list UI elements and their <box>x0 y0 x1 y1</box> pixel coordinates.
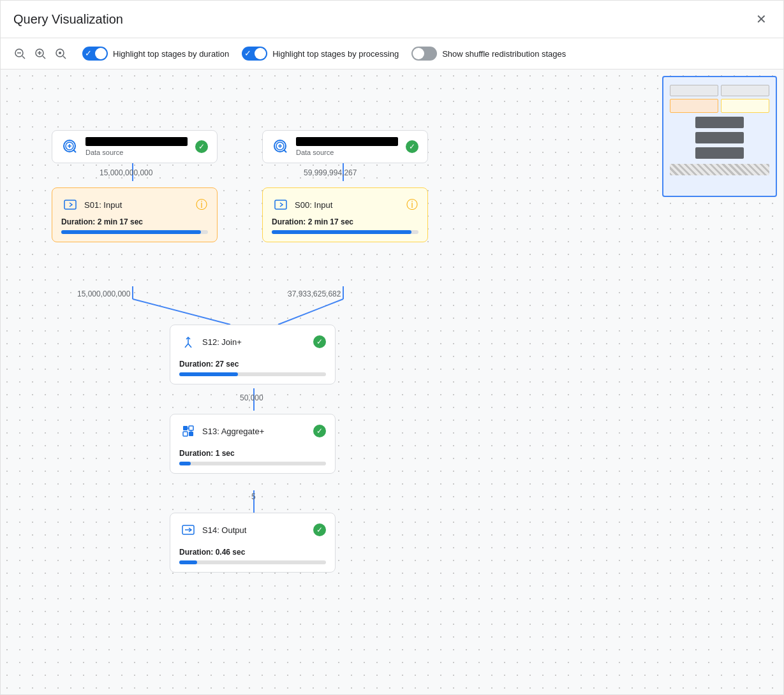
s13-progress-bg <box>179 462 326 465</box>
svg-line-30 <box>185 344 188 348</box>
toggle-duration[interactable]: ✓ <box>82 47 108 61</box>
zoom-reset-icon <box>54 47 67 60</box>
s00-info-icon[interactable]: ⓘ <box>406 198 418 211</box>
svg-line-6 <box>43 56 45 59</box>
s01-info-icon[interactable]: ⓘ <box>195 198 208 211</box>
minimap-block <box>670 85 718 96</box>
output-icon <box>181 523 195 537</box>
datasource-icon-1 <box>61 138 79 156</box>
s12-icon <box>179 333 197 351</box>
search-chart-icon-2 <box>272 138 289 155</box>
toggle-shuffle[interactable]: ✓ <box>411 47 437 61</box>
svg-line-8 <box>63 56 66 59</box>
s13-aggregate-node[interactable]: S13: Aggregate+ Duration: 1 sec <box>170 414 336 474</box>
svg-line-15 <box>278 299 343 325</box>
toggle-processing[interactable]: ✓ <box>242 47 267 61</box>
canvas-area[interactable]: Data source 15,000,000,000 Data source <box>1 70 783 694</box>
toolbar: ✓ Highlight top stages by duration ✓ Hig… <box>1 38 783 70</box>
zoom-controls <box>11 45 70 62</box>
zoom-out-icon <box>13 47 26 60</box>
s13-progress-fill <box>179 462 191 465</box>
datasource-2-title-block: Data source <box>296 137 399 156</box>
minimap[interactable] <box>662 76 777 197</box>
s14-spacer <box>179 543 326 548</box>
s00-header-left: S00: Input <box>272 196 332 214</box>
edge-label-1: 15,000,000,000 <box>100 168 152 177</box>
title-bar: Query Visualization ✕ <box>1 1 783 38</box>
svg-point-9 <box>59 52 61 54</box>
edge-label-5: 50,000 <box>240 393 263 402</box>
minimap-row1 <box>670 85 769 96</box>
minimap-join-block <box>695 117 744 128</box>
s13-title: S13: Aggregate+ <box>202 427 264 436</box>
edge-label-4: 37,933,625,682 <box>288 289 341 298</box>
toggle-duration-group: ✓ Highlight top stages by duration <box>82 47 229 61</box>
s00-icon <box>272 196 290 214</box>
minimap-block <box>721 85 769 96</box>
svg-line-2 <box>22 56 25 59</box>
s12-title: S12: Join+ <box>202 337 242 347</box>
s14-status <box>313 523 326 536</box>
svg-line-13 <box>133 299 230 325</box>
s12-duration: Duration: 27 sec <box>179 360 326 369</box>
minimap-block-orange <box>670 99 718 113</box>
datasource-1-name-bar <box>85 137 188 146</box>
s13-header-left: S13: Aggregate+ <box>179 422 264 440</box>
s12-join-node[interactable]: S12: Join+ Duration: 27 sec <box>170 325 336 384</box>
s01-header: S01: Input ⓘ <box>61 196 208 214</box>
svg-rect-34 <box>189 426 193 430</box>
toggle-processing-knob <box>255 48 266 59</box>
s14-duration: Duration: 0.46 sec <box>179 548 326 557</box>
s14-title: S14: Output <box>202 525 246 535</box>
s00-progress-fill <box>272 230 411 234</box>
s01-title: S01: Input <box>84 200 122 210</box>
s13-spacer <box>179 444 326 449</box>
s12-header: S12: Join+ <box>179 333 326 351</box>
s00-title: S00: Input <box>295 200 332 210</box>
s13-duration: Duration: 1 sec <box>179 449 326 458</box>
s00-duration: Duration: 2 min 17 sec <box>272 217 418 226</box>
datasource-2-name-bar <box>296 137 398 146</box>
svg-line-20 <box>73 150 76 152</box>
minimap-block-yellow <box>721 99 769 113</box>
s13-icon <box>179 422 197 440</box>
toggle-processing-group: ✓ Highlight top stages by processing <box>242 47 399 61</box>
datasource-2-label: Data source <box>296 149 399 156</box>
datasource-icon-2 <box>272 138 290 156</box>
datasource-node-2[interactable]: Data source <box>262 130 428 163</box>
svg-rect-28 <box>64 200 76 209</box>
minimap-output-block <box>695 147 744 159</box>
datasource-node-1[interactable]: Data source <box>52 130 218 163</box>
input-icon-2 <box>274 198 288 212</box>
svg-rect-29 <box>275 200 286 209</box>
s14-output-node[interactable]: S14: Output Duration: 0.46 sec <box>170 513 336 573</box>
minimap-row2 <box>670 99 769 113</box>
zoom-in-icon <box>34 47 47 60</box>
toggle-shuffle-group: ✓ Show shuffle redistribution stages <box>411 47 566 61</box>
edge-label-2: 59,999,994,267 <box>304 168 357 177</box>
datasource-2-status <box>406 140 418 153</box>
s01-input-node[interactable]: S01: Input ⓘ Duration: 2 min 17 sec <box>52 187 218 242</box>
search-chart-icon <box>62 138 78 155</box>
svg-rect-35 <box>183 432 188 436</box>
toggle-duration-label: Highlight top stages by duration <box>113 49 229 59</box>
aggregate-icon <box>181 424 195 438</box>
s01-progress-fill <box>61 230 201 234</box>
s00-header: S00: Input ⓘ <box>272 196 418 214</box>
s14-progress-bg <box>179 560 326 564</box>
s14-header-left: S14: Output <box>179 521 246 539</box>
toggle-duration-knob <box>95 48 107 59</box>
minimap-agg-block <box>695 132 744 143</box>
s12-spacer <box>179 355 326 360</box>
svg-line-25 <box>284 150 286 152</box>
svg-rect-33 <box>183 426 188 430</box>
s00-input-node[interactable]: S00: Input ⓘ Duration: 2 min 17 sec <box>262 187 428 242</box>
toggle-shuffle-knob <box>413 48 424 59</box>
zoom-out-button[interactable] <box>11 45 29 62</box>
close-button[interactable]: ✕ <box>751 10 771 29</box>
zoom-reset-button[interactable] <box>52 45 70 62</box>
zoom-in-button[interactable] <box>31 45 49 62</box>
datasource-1-label: Data source <box>85 149 189 156</box>
datasource-1-status <box>195 140 208 153</box>
s14-icon <box>179 521 197 539</box>
